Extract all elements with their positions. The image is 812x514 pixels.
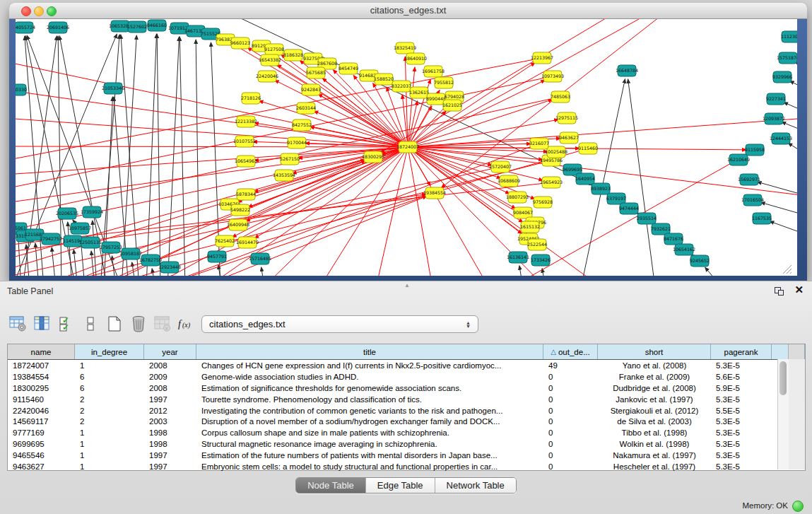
column-header-short[interactable]: short <box>598 344 711 359</box>
network-node[interactable]: 7625402 <box>215 235 235 247</box>
column-header-name[interactable]: name <box>8 344 75 359</box>
network-node[interactable]: 8427552 <box>292 119 312 131</box>
network-node[interactable]: 19654923 <box>540 177 563 188</box>
network-node[interactable]: 9115958 <box>745 144 765 156</box>
panel-divider-grip[interactable]: ▲ <box>404 282 410 288</box>
network-node[interactable]: 9329966 <box>772 71 792 83</box>
tab-edge-table[interactable]: Edge Table <box>366 478 435 493</box>
table-row[interactable]: 911546021997Tourette syndrome. Phenomeno… <box>8 394 805 405</box>
network-node[interactable]: 9170044 <box>287 137 307 148</box>
table-row[interactable]: 946554611997Estimation of the future num… <box>8 450 805 461</box>
table-row[interactable]: 1830029562008Estimation of significance … <box>8 382 805 394</box>
network-node[interactable]: 9227341 <box>766 93 786 105</box>
table-row[interactable]: 1456911722003Disruption of a novel membe… <box>8 416 805 427</box>
network-node[interactable]: 19384554 <box>423 187 446 199</box>
network-node[interactable]: 21053346 <box>102 83 124 94</box>
network-node[interactable]: 2935514 <box>637 213 657 224</box>
network-node[interactable]: 12093872 <box>763 113 785 124</box>
network-node[interactable]: 9245652 <box>690 255 710 267</box>
network-node[interactable]: 17942757 <box>40 233 62 245</box>
network-node[interactable]: 15751874 <box>777 52 797 64</box>
table-selector-dropdown[interactable]: citations_edges.txt ▲▼ <box>201 315 478 333</box>
table-options-icon[interactable] <box>8 315 28 334</box>
memory-status-label[interactable]: Memory: OK <box>742 501 788 510</box>
network-node[interactable]: 16210649 <box>727 154 750 165</box>
network-node[interactable]: 10654963 <box>235 156 257 167</box>
network-node[interactable]: 18807293 <box>506 192 529 203</box>
network-node[interactable]: 2718126 <box>241 93 261 104</box>
network-node[interactable]: 22420046 <box>256 71 278 82</box>
network-node[interactable]: 9457791 <box>207 251 227 262</box>
network-node[interactable]: 5878344 <box>236 189 256 200</box>
table-row[interactable]: 1872400712008Changes of HCN gene express… <box>8 360 805 371</box>
network-node[interactable]: 10654162 <box>673 244 695 255</box>
network-node[interactable]: 10973493 <box>541 71 564 82</box>
network-node[interactable]: 8322037 <box>392 81 411 92</box>
network-node[interactable]: 16543382 <box>259 54 281 66</box>
network-node[interactable]: 18325419 <box>394 42 416 54</box>
network-node[interactable]: 18300295 <box>362 151 384 163</box>
network-node[interactable]: 12975115 <box>555 112 578 124</box>
selection-mode-icon[interactable]: ✓✓ <box>57 315 76 334</box>
network-node[interactable]: 15716485 <box>249 253 271 264</box>
network-node[interactable]: 9115460 <box>578 143 598 154</box>
network-node[interactable]: 1167535 <box>752 213 772 224</box>
network-node[interactable]: 8471676 <box>664 233 683 245</box>
network-node[interactable]: 12923448 <box>158 262 181 273</box>
column-header-title[interactable]: title <box>196 344 543 359</box>
network-node[interactable]: 12444153 <box>770 133 792 144</box>
network-node[interactable]: 15720407 <box>489 161 512 173</box>
close-panel-icon[interactable]: ✕ <box>794 284 804 296</box>
column-header-pagerank[interactable]: pagerank <box>711 344 772 359</box>
network-node[interactable]: 17359924 <box>81 206 103 218</box>
network-node[interactable]: 8454749 <box>339 63 358 74</box>
network-node[interactable]: 1733426 <box>531 255 551 266</box>
column-header-in_degree[interactable]: in_degree <box>75 344 144 359</box>
function-builder-icon[interactable]: f(x) <box>177 315 196 334</box>
network-node[interactable]: 9127508 <box>264 44 284 55</box>
network-node[interactable]: 9474444 <box>619 203 639 214</box>
network-node[interactable]: 9756928 <box>533 197 553 208</box>
network-node[interactable]: 10107552 <box>233 136 256 147</box>
network-node[interactable]: 18640910 <box>404 53 427 64</box>
network-node[interactable]: 24055724 <box>16 22 35 33</box>
network-node[interactable]: 2522544 <box>527 239 547 250</box>
network-node[interactable]: 1588520 <box>374 74 394 85</box>
network-node[interactable]: 2630330 <box>16 84 27 95</box>
network-node[interactable]: 1527602 <box>127 21 147 33</box>
network-node[interactable]: 9242843 <box>301 84 321 95</box>
window-titlebar[interactable]: citations_edges.txt <box>9 3 807 19</box>
new-table-icon[interactable] <box>105 315 124 334</box>
network-node[interactable]: 16961758 <box>422 66 445 77</box>
network-node[interactable]: 12213967 <box>531 52 553 64</box>
float-panel-icon[interactable] <box>775 287 784 296</box>
network-node[interactable]: 8186328 <box>283 49 303 61</box>
network-node[interactable]: 16914479 <box>236 237 259 248</box>
network-node[interactable]: 1640954 <box>575 173 595 185</box>
network-node[interactable]: 8466160 <box>147 20 167 31</box>
table-row[interactable]: 969969511998Structural magnetic resonanc… <box>8 438 805 450</box>
column-header-year[interactable]: year <box>144 344 196 359</box>
scrollbar-thumb[interactable] <box>779 361 787 395</box>
network-node[interactable]: 5498222 <box>230 204 250 216</box>
network-node-hub[interactable]: 18724007 <box>396 141 419 153</box>
row-height-icon[interactable] <box>81 315 100 334</box>
table-row[interactable]: 2242004622012Investigating the contribut… <box>8 405 805 416</box>
network-node[interactable]: 8938923 <box>591 183 611 194</box>
network-node[interactable]: 17016504 <box>741 194 764 206</box>
network-node[interactable]: 1615132 <box>520 221 540 233</box>
delete-table-icon[interactable] <box>129 315 148 334</box>
network-node[interactable]: 10975857 <box>69 223 91 234</box>
column-visibility-icon[interactable] <box>33 315 52 334</box>
network-node[interactable]: 16136141 <box>507 252 529 263</box>
network-node[interactable]: 20691406 <box>47 22 69 33</box>
table-vertical-scrollbar[interactable] <box>777 359 789 469</box>
network-node[interactable]: 16648784 <box>616 65 638 76</box>
network-node[interactable]: 1621025 <box>442 100 462 111</box>
network-node[interactable]: 16409948 <box>227 219 249 230</box>
table-row[interactable]: 1938455462009Genome-wide association stu… <box>8 371 805 382</box>
network-node[interactable]: 12213382 <box>235 116 257 127</box>
network-node[interactable]: 15692971 <box>738 174 760 185</box>
network-node[interactable]: 7955812 <box>434 77 454 88</box>
tab-node-table[interactable]: Node Table <box>296 478 366 493</box>
